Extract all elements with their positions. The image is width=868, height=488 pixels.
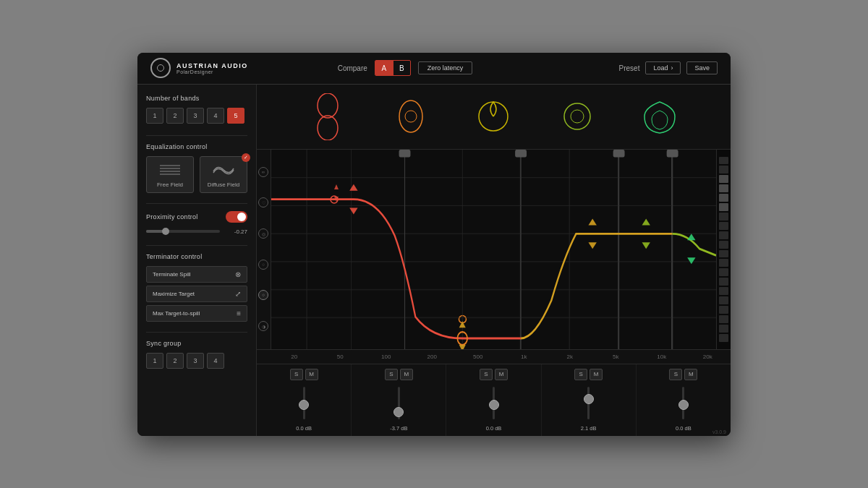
band-icon-2[interactable]: ♡: [258, 197, 268, 207]
logo-area: AUSTRIAN AUDIO PolarDesigner: [150, 58, 252, 78]
sync-btn-4[interactable]: 4: [207, 353, 224, 369]
eq-graph-area: ∞ ♡ ◎ ○ ○ ◑: [257, 150, 731, 349]
band-col-3: S M 0.0 dB: [446, 364, 541, 436]
solo-btn-1[interactable]: S: [290, 369, 303, 380]
fader-track-1[interactable]: [303, 387, 305, 419]
fader-knob-2[interactable]: [393, 407, 404, 417]
band-col-5: S M 0.0 dB: [637, 364, 731, 436]
freq-1k: 1k: [501, 354, 548, 360]
sm-buttons-3: S M: [480, 369, 508, 380]
fader-knob-4[interactable]: [584, 394, 594, 404]
fader-knob-1[interactable]: [299, 400, 309, 410]
meter-bar-20: [719, 334, 728, 342]
mute-btn-2[interactable]: M: [400, 369, 413, 380]
zero-latency-button[interactable]: Zero latency: [418, 61, 473, 74]
mute-btn-1[interactable]: M: [305, 369, 318, 380]
sm-buttons-1: S M: [290, 369, 318, 380]
free-field-icon: [158, 161, 182, 179]
btn-b[interactable]: B: [393, 61, 410, 75]
plugin-window: AUSTRIAN AUDIO PolarDesigner Compare A B…: [137, 53, 731, 436]
divider-1: [146, 135, 247, 136]
band-icon-4[interactable]: ○: [258, 260, 268, 270]
polar-band-3[interactable]: [472, 91, 516, 142]
meter-bar-7: [719, 213, 728, 221]
btn-a[interactable]: A: [375, 61, 393, 75]
sync-btn-2[interactable]: 2: [166, 353, 184, 369]
proximity-header: Proximity control: [146, 211, 247, 223]
band-icon-3[interactable]: ◎: [258, 228, 268, 239]
max-target-spill-btn[interactable]: Max Target-to-spill ≡: [146, 305, 247, 322]
maximize-target-label: Maximize Target: [153, 291, 195, 297]
solo-btn-2[interactable]: S: [385, 369, 398, 380]
polar-band-4[interactable]: [556, 91, 599, 142]
sync-btn-1[interactable]: 1: [146, 353, 163, 369]
terminator-section: Terminator control Terminate Spill ⊗ Max…: [146, 253, 247, 322]
meter-bar-17: [719, 306, 728, 314]
mute-btn-3[interactable]: M: [495, 369, 508, 380]
maximize-target-btn[interactable]: Maximize Target ⤢: [146, 286, 247, 302]
save-button[interactable]: Save: [686, 61, 718, 74]
band-icon-5[interactable]: ○: [258, 290, 268, 300]
polar-band-5[interactable]: [639, 91, 682, 142]
freq-5k: 5k: [593, 354, 639, 360]
polar-band-1[interactable]: [306, 91, 349, 142]
polar-band-2[interactable]: [389, 91, 433, 142]
fader-track-5[interactable]: [682, 387, 684, 419]
load-button[interactable]: Load ›: [645, 61, 681, 74]
proximity-label: Proximity control: [146, 213, 198, 221]
header-center: Compare A B Zero latency: [252, 60, 558, 76]
mute-btn-4[interactable]: M: [590, 369, 603, 380]
svg-rect-32: [667, 150, 676, 154]
compare-label: Compare: [338, 64, 367, 72]
fader-track-3[interactable]: [493, 387, 495, 419]
diffuse-field-btn[interactable]: ✓ Diffuse Field: [200, 156, 247, 193]
eq-control-section: Equalization control Free Field ✓: [146, 143, 247, 193]
proximity-slider[interactable]: [146, 230, 220, 233]
polar-svg-5: [640, 93, 680, 140]
freq-20k: 20k: [685, 354, 731, 360]
meter-bar-19: [719, 325, 728, 333]
band-icon-1[interactable]: ∞: [258, 167, 268, 177]
band-controls: S M 0.0 dB S: [257, 364, 731, 436]
free-field-btn[interactable]: Free Field: [146, 156, 194, 193]
header: AUSTRIAN AUDIO PolarDesigner Compare A B…: [137, 53, 731, 85]
mute-btn-5[interactable]: M: [684, 369, 697, 380]
meter-bar-15: [719, 287, 728, 295]
meter-bar-8: [719, 222, 728, 230]
freq-10k: 10k: [639, 354, 685, 360]
fader-value-3: 0.0 dB: [486, 425, 502, 432]
terminate-spill-btn[interactable]: Terminate Spill ⊗: [146, 266, 247, 283]
fader-track-4[interactable]: [587, 387, 590, 419]
solo-btn-4[interactable]: S: [574, 369, 587, 380]
fader-knob-3[interactable]: [489, 400, 499, 410]
meter-bar-18: [719, 315, 728, 323]
meter-bar-12: [719, 259, 728, 267]
polar-row: [257, 85, 731, 150]
svg-marker-33: [334, 184, 339, 189]
fader-track-2[interactable]: [398, 387, 400, 419]
band-btn-1[interactable]: 1: [146, 108, 163, 124]
solo-btn-5[interactable]: S: [669, 369, 682, 380]
vertical-meter: [716, 150, 731, 349]
svg-point-10: [571, 110, 584, 123]
preset-label: Preset: [619, 64, 640, 72]
band-btn-5[interactable]: 5: [227, 108, 244, 124]
proximity-toggle[interactable]: [226, 211, 247, 223]
band-icon-6[interactable]: ◑: [258, 321, 268, 331]
band-col-4: S M 2.1 dB: [542, 364, 637, 436]
freq-50: 50: [318, 354, 364, 360]
solo-btn-3[interactable]: S: [480, 369, 493, 380]
eq-buttons: Free Field ✓ Diffuse Field: [146, 156, 247, 193]
freq-20: 20: [271, 354, 318, 360]
max-target-spill-icon: ≡: [237, 309, 241, 317]
slider-thumb: [162, 228, 169, 235]
fader-knob-5[interactable]: [678, 400, 689, 410]
sync-btn-3[interactable]: 3: [187, 353, 204, 369]
band-btn-3[interactable]: 3: [187, 108, 204, 124]
freq-100: 100: [363, 354, 409, 360]
band-btn-4[interactable]: 4: [207, 108, 224, 124]
grid-svg: [271, 150, 716, 349]
band-btn-2[interactable]: 2: [166, 108, 184, 124]
header-right: Preset Load › Save: [558, 61, 718, 74]
sidebar: Number of bands 1 2 3 4 5 Equalization c…: [137, 85, 257, 436]
